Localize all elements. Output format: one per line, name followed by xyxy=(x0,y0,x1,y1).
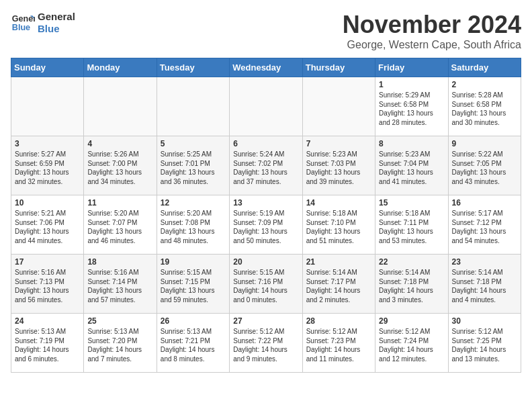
cell-text: and 4 minutes. xyxy=(452,295,517,305)
day-number: 15 xyxy=(379,198,444,208)
cell-text: and 13 minutes. xyxy=(452,355,517,364)
cell-text: Sunset: 7:05 PM xyxy=(452,159,517,169)
cell-text: Sunset: 7:22 PM xyxy=(233,336,298,346)
cell-text: Daylight: 13 hours xyxy=(306,227,371,236)
cell-text: and 32 minutes. xyxy=(15,177,80,187)
cell-1-6: 9Sunrise: 5:22 AMSunset: 7:05 PMDaylight… xyxy=(448,136,521,195)
header-wednesday: Wednesday xyxy=(230,58,302,77)
cell-text: Sunrise: 5:13 AM xyxy=(87,327,152,336)
cell-text: Sunrise: 5:28 AM xyxy=(452,91,517,100)
cell-text: and 12 minutes. xyxy=(379,355,444,364)
cell-text: Sunset: 7:11 PM xyxy=(379,218,444,228)
calendar-table: Sunday Monday Tuesday Wednesday Thursday… xyxy=(11,58,521,373)
cell-text: and 6 minutes. xyxy=(15,355,80,364)
cell-0-2 xyxy=(157,77,229,136)
day-number: 4 xyxy=(87,139,152,148)
cell-3-6: 23Sunrise: 5:14 AMSunset: 7:18 PMDayligh… xyxy=(448,255,521,314)
cell-text: Sunrise: 5:29 AM xyxy=(379,91,444,100)
cell-text: Sunset: 7:15 PM xyxy=(161,277,226,287)
cell-text: Sunrise: 5:13 AM xyxy=(161,327,226,336)
day-number: 9 xyxy=(452,139,517,148)
cell-4-3: 27Sunrise: 5:12 AMSunset: 7:22 PMDayligh… xyxy=(230,314,302,373)
week-row-0: 1Sunrise: 5:29 AMSunset: 6:58 PMDaylight… xyxy=(11,77,521,136)
logo-blue: Blue xyxy=(38,23,75,35)
cell-text: Daylight: 13 hours xyxy=(379,109,444,118)
cell-text: Daylight: 13 hours xyxy=(379,227,444,236)
cell-4-1: 25Sunrise: 5:13 AMSunset: 7:20 PMDayligh… xyxy=(84,314,157,373)
cell-text: Sunrise: 5:21 AM xyxy=(15,209,80,218)
cell-1-3: 6Sunrise: 5:24 AMSunset: 7:02 PMDaylight… xyxy=(230,136,302,195)
cell-text: Sunrise: 5:15 AM xyxy=(233,268,298,277)
day-number: 1 xyxy=(379,80,444,89)
cell-4-4: 28Sunrise: 5:12 AMSunset: 7:23 PMDayligh… xyxy=(302,314,375,373)
cell-text: Daylight: 13 hours xyxy=(306,168,371,177)
day-number: 12 xyxy=(161,198,226,208)
cell-text: Sunrise: 5:14 AM xyxy=(452,268,517,277)
day-number: 25 xyxy=(87,316,152,326)
cell-text: Daylight: 13 hours xyxy=(15,286,80,295)
cell-text: Daylight: 14 hours xyxy=(379,345,444,355)
day-number: 20 xyxy=(233,257,298,267)
cell-2-6: 16Sunrise: 5:17 AMSunset: 7:12 PMDayligh… xyxy=(448,195,521,255)
cell-text: and 51 minutes. xyxy=(306,236,371,246)
cell-text: and 34 minutes. xyxy=(87,177,152,187)
cell-text: Sunset: 7:18 PM xyxy=(452,277,517,287)
cell-text: Sunrise: 5:25 AM xyxy=(161,150,226,159)
cell-text: and 43 minutes. xyxy=(452,177,517,187)
cell-text: Sunrise: 5:12 AM xyxy=(379,327,444,336)
logo-icon: General Blue xyxy=(11,11,35,35)
header-monday: Monday xyxy=(84,58,157,77)
cell-text: and 11 minutes. xyxy=(306,355,371,364)
cell-2-0: 10Sunrise: 5:21 AMSunset: 7:06 PMDayligh… xyxy=(11,195,84,255)
cell-text: Sunset: 7:09 PM xyxy=(233,218,298,228)
cell-text: Sunrise: 5:14 AM xyxy=(306,268,371,277)
header-thursday: Thursday xyxy=(302,58,375,77)
cell-text: and 0 minutes. xyxy=(233,295,298,305)
cell-text: Sunset: 6:59 PM xyxy=(15,159,80,169)
cell-text: Sunrise: 5:12 AM xyxy=(306,327,371,336)
cell-4-0: 24Sunrise: 5:13 AMSunset: 7:19 PMDayligh… xyxy=(11,314,84,373)
cell-text: and 56 minutes. xyxy=(15,295,80,305)
cell-text: Sunrise: 5:19 AM xyxy=(233,209,298,218)
cell-3-0: 17Sunrise: 5:16 AMSunset: 7:13 PMDayligh… xyxy=(11,255,84,314)
cell-2-4: 14Sunrise: 5:18 AMSunset: 7:10 PMDayligh… xyxy=(302,195,375,255)
cell-text: and 54 minutes. xyxy=(452,236,517,246)
cell-3-1: 18Sunrise: 5:16 AMSunset: 7:14 PMDayligh… xyxy=(84,255,157,314)
cell-2-5: 15Sunrise: 5:18 AMSunset: 7:11 PMDayligh… xyxy=(375,195,448,255)
cell-text: and 41 minutes. xyxy=(379,177,444,187)
cell-text: Sunrise: 5:15 AM xyxy=(161,268,226,277)
cell-text: Sunrise: 5:20 AM xyxy=(161,209,226,218)
cell-1-0: 3Sunrise: 5:27 AMSunset: 6:59 PMDaylight… xyxy=(11,136,84,195)
cell-text: Sunset: 7:00 PM xyxy=(87,159,152,169)
cell-text: Daylight: 13 hours xyxy=(452,109,517,118)
cell-text: Daylight: 14 hours xyxy=(15,345,80,355)
cell-text: and 39 minutes. xyxy=(306,177,371,187)
cell-text: and 44 minutes. xyxy=(15,236,80,246)
cell-text: Daylight: 13 hours xyxy=(233,227,298,236)
cell-text: Sunset: 7:20 PM xyxy=(87,336,152,346)
cell-text: Sunset: 7:17 PM xyxy=(306,277,371,287)
cell-text: and 37 minutes. xyxy=(233,177,298,187)
cell-text: Sunset: 7:18 PM xyxy=(379,277,444,287)
cell-text: Sunrise: 5:13 AM xyxy=(15,327,80,336)
cell-text: Sunset: 7:21 PM xyxy=(161,336,226,346)
cell-text: and 2 minutes. xyxy=(306,295,371,305)
day-number: 22 xyxy=(379,257,444,267)
cell-text: Sunset: 7:10 PM xyxy=(306,218,371,228)
day-number: 23 xyxy=(452,257,517,267)
cell-text: Sunrise: 5:23 AM xyxy=(306,150,371,159)
cell-text: Sunrise: 5:12 AM xyxy=(452,327,517,336)
day-number: 6 xyxy=(233,139,298,148)
cell-0-3 xyxy=(230,77,302,136)
cell-text: and 50 minutes. xyxy=(233,236,298,246)
cell-text: and 57 minutes. xyxy=(87,295,152,305)
cell-3-2: 19Sunrise: 5:15 AMSunset: 7:15 PMDayligh… xyxy=(157,255,229,314)
cell-1-5: 8Sunrise: 5:23 AMSunset: 7:04 PMDaylight… xyxy=(375,136,448,195)
cell-text: Daylight: 13 hours xyxy=(161,286,226,295)
cell-text: and 3 minutes. xyxy=(379,295,444,305)
day-number: 14 xyxy=(306,198,371,208)
cell-text: Daylight: 13 hours xyxy=(161,227,226,236)
cell-text: Sunset: 7:03 PM xyxy=(306,159,371,169)
cell-text: Sunset: 7:23 PM xyxy=(306,336,371,346)
cell-text: Daylight: 13 hours xyxy=(87,168,152,177)
